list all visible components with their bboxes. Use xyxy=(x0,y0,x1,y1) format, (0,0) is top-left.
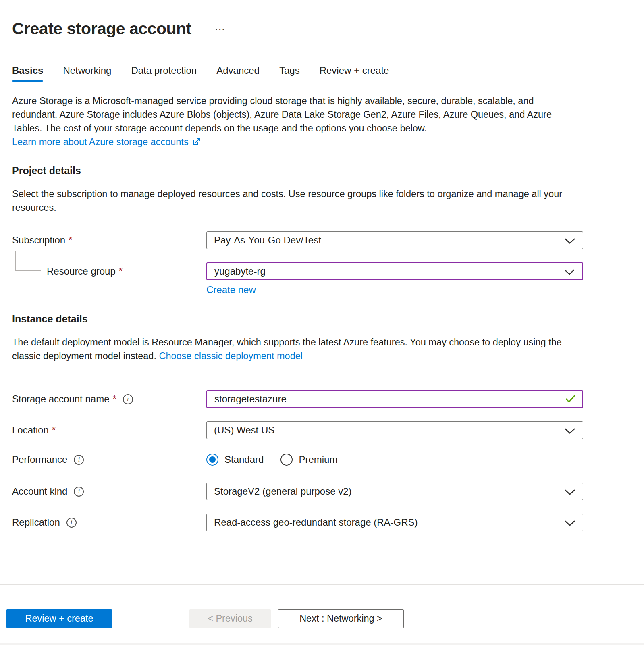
subscription-value: Pay-As-You-Go Dev/Test xyxy=(214,235,321,246)
account-kind-field-col: StorageV2 (general purpose v2) xyxy=(206,483,583,500)
review-create-button[interactable]: Review + create xyxy=(6,609,112,628)
resource-group-label-wrap: Resource group * xyxy=(12,266,206,277)
storage-account-name-field-col xyxy=(206,390,583,408)
subscription-field-col: Pay-As-You-Go Dev/Test xyxy=(206,231,583,249)
tab-networking[interactable]: Networking xyxy=(63,65,111,82)
instance-details-form: Storage account name * i Location * xyxy=(12,390,632,531)
resource-group-dropdown[interactable]: yugabyte-rg xyxy=(206,262,583,280)
chevron-down-icon xyxy=(564,487,575,498)
account-kind-label: Account kind xyxy=(12,486,67,497)
resource-group-row: Resource group * yugabyte-rg xyxy=(12,262,632,280)
tab-advanced[interactable]: Advanced xyxy=(216,65,260,82)
footer-actions: Review + create < Previous Next : Networ… xyxy=(6,609,644,628)
chevron-down-icon xyxy=(564,425,575,437)
radio-unselected-icon xyxy=(280,454,293,466)
valid-check-icon xyxy=(565,393,577,405)
performance-row: Performance i Standard Premium xyxy=(12,454,632,466)
performance-option-premium[interactable]: Premium xyxy=(280,454,337,466)
resource-group-field-col: yugabyte-rg xyxy=(206,262,583,280)
create-storage-account-page: Create storage account ⋯ Basics Networki… xyxy=(0,0,644,645)
chevron-down-icon xyxy=(564,266,575,278)
learn-more-link-text: Learn more about Azure storage accounts xyxy=(12,135,189,149)
replication-field-col: Read-access geo-redundant storage (RA-GR… xyxy=(206,514,583,531)
chevron-down-icon xyxy=(564,235,575,247)
intro-section: Azure Storage is a Microsoft-managed ser… xyxy=(12,94,576,149)
instance-details-heading: Instance details xyxy=(12,313,632,325)
location-label-wrap: Location * xyxy=(12,424,206,436)
account-kind-dropdown[interactable]: StorageV2 (general purpose v2) xyxy=(206,483,583,500)
page-header: Create storage account ⋯ xyxy=(12,19,632,38)
form-tabs: Basics Networking Data protection Advanc… xyxy=(12,65,632,82)
footer-divider xyxy=(0,584,644,585)
bottom-edge-strip xyxy=(0,643,644,645)
info-icon[interactable]: i xyxy=(74,455,84,465)
location-dropdown[interactable]: (US) West US xyxy=(206,421,583,439)
tab-tags[interactable]: Tags xyxy=(279,65,300,82)
choose-classic-deployment-link[interactable]: Choose classic deployment model xyxy=(159,351,303,361)
info-icon[interactable]: i xyxy=(74,487,84,497)
tab-review-create[interactable]: Review + create xyxy=(320,65,389,82)
account-kind-row: Account kind i StorageV2 (general purpos… xyxy=(12,483,632,500)
project-details-heading: Project details xyxy=(12,165,632,177)
create-new-row: Create new xyxy=(12,284,632,295)
resource-group-required-mark: * xyxy=(119,266,123,277)
subscription-required-mark: * xyxy=(69,235,72,246)
performance-label-wrap: Performance i xyxy=(12,454,206,465)
next-networking-button[interactable]: Next : Networking > xyxy=(278,609,404,628)
chevron-down-icon xyxy=(564,518,575,529)
info-icon[interactable]: i xyxy=(123,394,133,404)
performance-radio-group: Standard Premium xyxy=(206,454,583,466)
page-title: Create storage account xyxy=(12,19,191,38)
tab-basics[interactable]: Basics xyxy=(12,65,43,82)
storage-account-name-required-mark: * xyxy=(113,393,116,405)
subscription-label-wrap: Subscription * xyxy=(12,235,206,246)
subscription-row: Subscription * Pay-As-You-Go Dev/Test xyxy=(12,231,632,249)
performance-premium-label: Premium xyxy=(299,454,337,465)
location-field-col: (US) West US xyxy=(206,421,583,439)
info-icon[interactable]: i xyxy=(66,518,77,528)
previous-button[interactable]: < Previous xyxy=(189,609,271,628)
tab-data-protection[interactable]: Data protection xyxy=(131,65,197,82)
storage-account-name-label: Storage account name xyxy=(12,393,110,405)
subscription-label: Subscription xyxy=(12,235,65,246)
account-kind-value: StorageV2 (general purpose v2) xyxy=(214,486,352,497)
subscription-resource-group-connector xyxy=(15,251,41,271)
location-row: Location * (US) West US xyxy=(12,421,632,439)
resource-group-label: Resource group xyxy=(47,266,116,277)
storage-account-name-row: Storage account name * i xyxy=(12,390,632,408)
performance-standard-label: Standard xyxy=(224,454,264,465)
instance-details-description: The default deployment model is Resource… xyxy=(12,335,576,363)
storage-account-name-input-wrap xyxy=(206,390,583,408)
replication-value: Read-access geo-redundant storage (RA-GR… xyxy=(214,517,418,528)
replication-row: Replication i Read-access geo-redundant … xyxy=(12,514,632,531)
radio-selected-icon xyxy=(206,454,218,466)
performance-label: Performance xyxy=(12,454,67,465)
location-value: (US) West US xyxy=(214,424,274,436)
location-required-mark: * xyxy=(52,424,56,436)
performance-field-col: Standard Premium xyxy=(206,454,583,466)
subscription-dropdown[interactable]: Pay-As-You-Go Dev/Test xyxy=(206,231,583,249)
learn-more-link[interactable]: Learn more about Azure storage accounts xyxy=(12,135,201,149)
storage-account-name-input[interactable] xyxy=(206,390,583,408)
resource-group-value: yugabyte-rg xyxy=(214,266,266,277)
intro-description: Azure Storage is a Microsoft-managed ser… xyxy=(12,94,576,135)
replication-label: Replication xyxy=(12,517,60,528)
replication-dropdown[interactable]: Read-access geo-redundant storage (RA-GR… xyxy=(206,514,583,531)
create-new-link[interactable]: Create new xyxy=(206,284,256,295)
storage-account-name-label-wrap: Storage account name * i xyxy=(12,393,206,405)
project-details-form: Subscription * Pay-As-You-Go Dev/Test Re… xyxy=(12,231,632,295)
performance-option-standard[interactable]: Standard xyxy=(206,454,264,466)
replication-label-wrap: Replication i xyxy=(12,517,206,528)
external-link-icon xyxy=(192,137,201,146)
location-label: Location xyxy=(12,424,49,436)
create-new-wrap: Create new xyxy=(206,284,583,295)
project-details-description: Select the subscription to manage deploy… xyxy=(12,187,576,214)
more-options-icon[interactable]: ⋯ xyxy=(212,22,229,36)
account-kind-label-wrap: Account kind i xyxy=(12,486,206,497)
